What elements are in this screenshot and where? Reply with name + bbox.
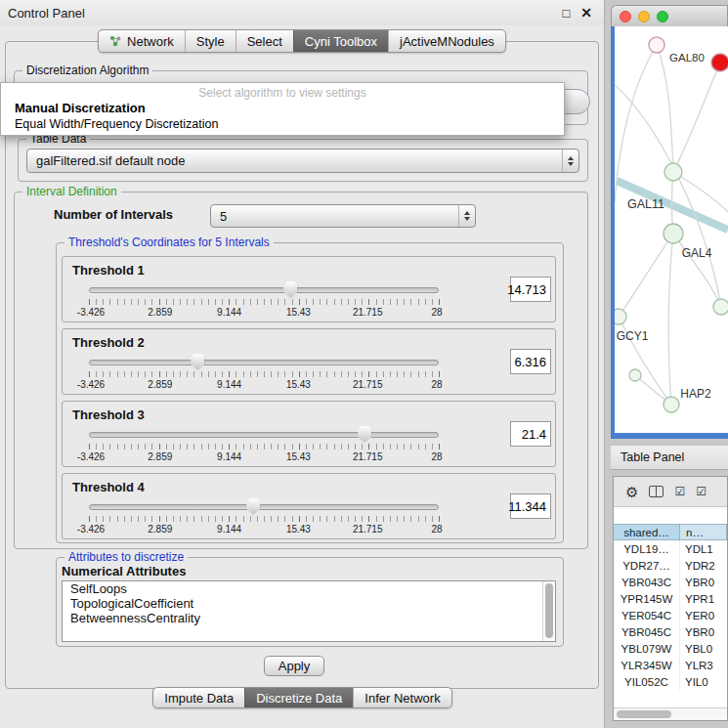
tab-select[interactable]: Select bbox=[236, 30, 293, 52]
slider-thumb[interactable] bbox=[246, 498, 260, 515]
table-cell[interactable]: YDR2 bbox=[680, 557, 727, 574]
network-node[interactable] bbox=[629, 369, 641, 381]
table-cell[interactable]: YLR3 bbox=[680, 657, 727, 673]
table-cell[interactable]: YBR0 bbox=[680, 623, 727, 640]
tab-infer-network[interactable]: Infer Network bbox=[353, 688, 450, 707]
network-node-selected[interactable] bbox=[711, 54, 728, 71]
table-cell[interactable]: YBR045C bbox=[614, 623, 680, 640]
network-canvas[interactable]: GAL80 GAL11 GAL4 GCY1 HAP2 bbox=[615, 26, 728, 433]
threshold-slider[interactable] bbox=[89, 504, 439, 510]
scale-tick-label: 15.43 bbox=[278, 379, 318, 390]
list-item[interactable]: TopologicalCoefficient bbox=[63, 596, 555, 611]
list-item[interactable]: SelfLoops bbox=[63, 581, 555, 596]
combobox-stepper-icon[interactable] bbox=[562, 150, 578, 172]
scale-tick-label: 9.144 bbox=[210, 524, 249, 535]
node-label: GAL80 bbox=[669, 52, 705, 64]
table-cell[interactable]: YBL079W bbox=[614, 640, 680, 657]
columns-icon[interactable] bbox=[649, 486, 664, 497]
table-horizontal-scrollbar[interactable] bbox=[614, 707, 727, 720]
threshold-slider[interactable] bbox=[89, 432, 439, 438]
tab-jactivemnodules[interactable]: jActiveMNodules bbox=[388, 30, 505, 52]
scale-tick-label: 28 bbox=[417, 524, 456, 535]
table-cell[interactable]: YIL0 bbox=[680, 673, 727, 690]
table-cell[interactable]: YER054C bbox=[614, 607, 680, 623]
table-cell[interactable]: YDL1 bbox=[680, 540, 727, 557]
apply-button[interactable]: Apply bbox=[264, 656, 324, 676]
threshold-label: Threshold 1 bbox=[72, 263, 145, 278]
algorithm-combobox-edge[interactable] bbox=[562, 89, 590, 114]
network-node[interactable] bbox=[664, 224, 683, 243]
gear-icon[interactable]: ⚙ bbox=[625, 485, 638, 499]
node-label: GAL11 bbox=[627, 197, 664, 211]
tab-discretize-data[interactable]: Discretize Data bbox=[244, 688, 353, 707]
scale-tick-label: -3.426 bbox=[71, 307, 110, 318]
node-label: GAL4 bbox=[682, 246, 712, 260]
slider-thumb[interactable] bbox=[191, 354, 204, 370]
table-panel-title: Table Panel bbox=[621, 450, 684, 464]
table-cell[interactable]: YPR145W bbox=[614, 590, 680, 607]
table-row[interactable]: YLR345W YLR3 bbox=[614, 657, 727, 673]
table-data-combobox[interactable]: galFiltered.sif default node bbox=[26, 149, 579, 173]
table-row[interactable]: YPR145W YPR1 bbox=[614, 590, 727, 607]
threshold-panel: Threshold 1 -3.426 2.859 9.144 15.43 21.… bbox=[62, 256, 556, 322]
numerical-attributes-list[interactable]: SelfLoops TopologicalCoefficient Between… bbox=[62, 580, 556, 642]
slider-thumb[interactable] bbox=[283, 281, 297, 298]
table-row[interactable]: YBL079W YBL0 bbox=[614, 640, 727, 657]
dropdown-option-equal-width[interactable]: Equal Width/Frequency Discretization bbox=[1, 116, 564, 132]
scale-tick-label: -3.426 bbox=[71, 451, 110, 462]
threshold-value-field[interactable]: 21.4 bbox=[510, 421, 551, 447]
network-node[interactable] bbox=[664, 397, 679, 412]
mac-close-button[interactable] bbox=[620, 11, 631, 22]
threshold-value-field[interactable]: 6.316 bbox=[510, 349, 551, 374]
table-cell[interactable]: YPR1 bbox=[680, 590, 727, 607]
scale-tick-label: 9.144 bbox=[210, 451, 249, 462]
network-node[interactable] bbox=[615, 309, 626, 324]
thresholds-group-title: Threshold's Coordinates for 5 Intervals bbox=[64, 236, 274, 249]
threshold-value-field[interactable]: 14.713 bbox=[510, 277, 551, 302]
table-cell[interactable]: YDL19… bbox=[614, 540, 680, 557]
tab-network[interactable]: Network bbox=[99, 30, 185, 52]
table-row[interactable]: YER054C YER0 bbox=[614, 607, 727, 623]
table-cell[interactable]: YBR043C bbox=[614, 574, 680, 590]
threshold-slider[interactable] bbox=[89, 360, 439, 365]
table-cell[interactable]: YBL0 bbox=[680, 640, 727, 657]
select-none-check-icon[interactable]: ☑ bbox=[696, 486, 707, 497]
table-row[interactable]: YBR045C YBR0 bbox=[614, 623, 727, 640]
table-cell[interactable]: YDR27… bbox=[614, 557, 680, 574]
table-cell[interactable]: YIL052C bbox=[614, 673, 680, 690]
tab-cyni-toolbox[interactable]: Cyni Toolbox bbox=[293, 30, 388, 52]
tab-label: Network bbox=[127, 34, 174, 49]
list-item[interactable]: BetweennessCentrality bbox=[63, 611, 555, 625]
close-window-icon[interactable]: ✕ bbox=[580, 6, 592, 20]
float-window-icon[interactable]: □ bbox=[562, 7, 570, 20]
slider-thumb[interactable] bbox=[358, 426, 371, 443]
table-cell[interactable]: YER0 bbox=[680, 607, 727, 623]
table-row[interactable]: YIL052C YIL0 bbox=[614, 673, 727, 690]
tab-impute-data[interactable]: Impute Data bbox=[153, 688, 244, 707]
combobox-stepper-icon[interactable] bbox=[458, 205, 475, 227]
column-header-shared-name[interactable]: shared… bbox=[614, 524, 680, 540]
network-node[interactable] bbox=[649, 37, 664, 53]
network-node[interactable] bbox=[664, 163, 682, 181]
mac-zoom-button[interactable] bbox=[657, 11, 668, 22]
table-row[interactable]: YDR27… YDR2 bbox=[614, 557, 727, 574]
threshold-slider[interactable] bbox=[89, 287, 439, 293]
table-cell[interactable]: YLR345W bbox=[614, 657, 680, 673]
scrollbar-thumb[interactable] bbox=[545, 583, 553, 638]
threshold-value-field[interactable]: 11.344 bbox=[510, 493, 551, 519]
table-row[interactable]: YDL19… YDL1 bbox=[614, 540, 727, 557]
select-all-check-icon[interactable]: ☑ bbox=[674, 486, 685, 497]
control-panel-tabbar: Network Style Select Cyni Toolbox jActiv… bbox=[98, 29, 506, 53]
table-cell[interactable]: YBR0 bbox=[680, 574, 727, 590]
network-node[interactable] bbox=[713, 299, 728, 315]
number-of-intervals-combobox[interactable]: 5 bbox=[210, 204, 476, 228]
scale-tick-label: 21.715 bbox=[348, 524, 387, 535]
scrollbar-thumb[interactable] bbox=[617, 710, 671, 718]
list-scrollbar[interactable] bbox=[542, 581, 555, 641]
column-header-name[interactable]: n… bbox=[680, 524, 727, 540]
scale-tick-label: 28 bbox=[417, 451, 456, 462]
dropdown-option-manual-discretization[interactable]: Manual Discretization bbox=[1, 101, 564, 116]
tab-style[interactable]: Style bbox=[185, 30, 236, 52]
table-row[interactable]: YBR043C YBR0 bbox=[614, 574, 727, 590]
mac-minimize-button[interactable] bbox=[638, 11, 650, 22]
